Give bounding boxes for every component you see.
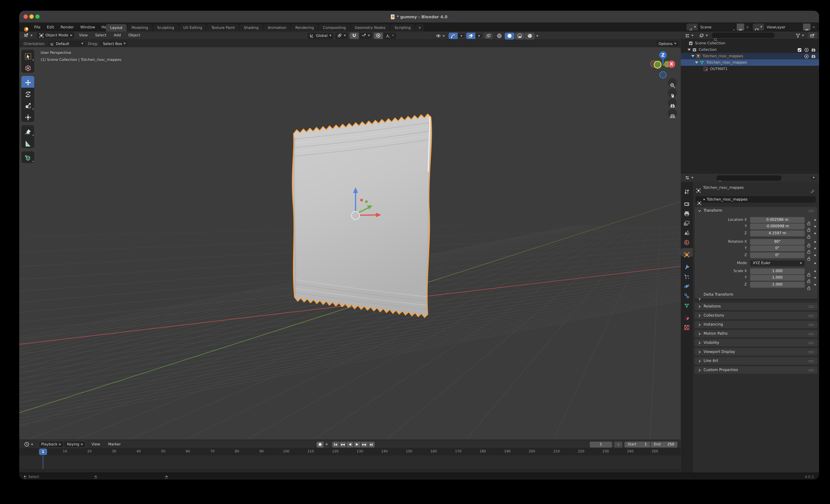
panel-grip[interactable] bbox=[808, 209, 814, 212]
outliner-search-input[interactable] bbox=[712, 33, 775, 38]
cursor-tool-button[interactable] bbox=[22, 61, 34, 73]
properties-tab-scene[interactable] bbox=[680, 226, 693, 235]
options-dropdown[interactable]: Options bbox=[657, 41, 678, 46]
expand-triangle-icon[interactable] bbox=[691, 55, 694, 59]
panel-grip[interactable] bbox=[808, 314, 814, 317]
lock-icon[interactable] bbox=[807, 269, 811, 274]
new-viewlayer-button[interactable] bbox=[803, 24, 810, 31]
rotate-tool-button[interactable] bbox=[22, 88, 34, 99]
lock-icon[interactable] bbox=[807, 253, 811, 257]
panel-grip[interactable] bbox=[808, 332, 814, 335]
outliner-row-3[interactable]: Tütchen_rissc_mappes bbox=[680, 59, 819, 66]
lock-icon[interactable] bbox=[807, 282, 811, 287]
animate-dot[interactable] bbox=[814, 241, 816, 243]
workspace-tab-animation[interactable]: Animation bbox=[263, 24, 290, 32]
record-button[interactable]: ● bbox=[317, 441, 323, 447]
viewlayer-selector[interactable]: ViewLayer × bbox=[753, 24, 817, 31]
menu-view[interactable]: View bbox=[76, 33, 90, 37]
viewlayer-selector-iconseg[interactable] bbox=[753, 24, 764, 31]
record-options-dropdown[interactable] bbox=[324, 441, 329, 447]
animate-dot[interactable] bbox=[814, 262, 816, 264]
properties-tab-world[interactable] bbox=[680, 236, 693, 244]
scene-name[interactable]: Scene bbox=[698, 25, 731, 29]
menu-render[interactable]: Render bbox=[58, 25, 77, 29]
value-field[interactable]: 4.1597 m bbox=[750, 230, 805, 236]
eyedot-toggle-icon[interactable] bbox=[804, 54, 809, 59]
panel-visibility[interactable]: Visibility bbox=[695, 339, 818, 346]
panel-grip[interactable] bbox=[808, 350, 814, 353]
add-workspace-button[interactable]: + bbox=[415, 24, 424, 32]
scale-tool-button[interactable] bbox=[22, 99, 34, 111]
delta-transform-subpanel[interactable]: Delta Transform bbox=[698, 292, 733, 297]
animate-dot[interactable] bbox=[814, 277, 816, 279]
scene-selector-iconseg[interactable] bbox=[687, 24, 698, 31]
cam-toggle-icon[interactable] bbox=[811, 47, 816, 52]
properties-tab-object[interactable] bbox=[680, 248, 693, 257]
menu-select[interactable]: Select bbox=[92, 33, 109, 37]
lock-icon[interactable] bbox=[807, 275, 811, 280]
use-preview-range-button[interactable] bbox=[614, 441, 622, 447]
outliner-scope-dropdown[interactable] bbox=[697, 32, 710, 38]
outliner-row-2[interactable]: Tütchen_rissc_mappes bbox=[680, 53, 819, 59]
scene-selector[interactable]: Scene × bbox=[687, 24, 751, 31]
properties-breadcrumb[interactable]: Tütchen_rissc_mappes bbox=[703, 185, 744, 190]
panel-grip[interactable] bbox=[808, 341, 814, 344]
menu-window[interactable]: Window bbox=[77, 25, 98, 29]
properties-tab-tool[interactable] bbox=[680, 185, 693, 194]
properties-search-input[interactable] bbox=[716, 175, 782, 181]
menu-object[interactable]: Object bbox=[126, 33, 143, 37]
panel-viewport-display[interactable]: Viewport Display bbox=[695, 348, 818, 355]
workspace-tab-geometry-nodes[interactable]: Geometry Nodes bbox=[351, 24, 390, 32]
timeline-editor-type-button[interactable] bbox=[22, 441, 35, 448]
shading-dropdown-chevron[interactable] bbox=[536, 35, 538, 37]
properties-tab-viewlayer[interactable] bbox=[680, 217, 693, 225]
transform-tool-button[interactable] bbox=[22, 111, 34, 122]
snap-toggle-button[interactable] bbox=[349, 32, 358, 39]
lock-icon[interactable] bbox=[807, 231, 811, 235]
menu-view-timeline[interactable]: View bbox=[89, 442, 103, 447]
value-field[interactable]: 0° bbox=[750, 252, 805, 258]
value-field[interactable]: 90° bbox=[750, 239, 805, 245]
show-overlays-toggle[interactable] bbox=[466, 33, 475, 39]
play-button[interactable]: ▶ bbox=[354, 441, 360, 447]
outliner-row-4[interactable]: OUTMAT1 bbox=[680, 66, 819, 72]
jump-to-start-button[interactable]: ◀ bbox=[332, 441, 339, 447]
timeline-scrollbar[interactable] bbox=[19, 469, 680, 473]
value-field[interactable]: 0.002586 m bbox=[750, 217, 805, 223]
pin-icon[interactable] bbox=[731, 25, 736, 29]
workspace-tab-layout[interactable]: Layout bbox=[106, 24, 127, 32]
outliner-item-label[interactable]: Collection bbox=[699, 48, 716, 52]
panel-collections[interactable]: Collections bbox=[695, 312, 818, 319]
animate-dot[interactable] bbox=[814, 284, 816, 285]
value-field[interactable]: 1.000 bbox=[750, 275, 805, 281]
outliner-display-mode-dropdown[interactable] bbox=[683, 32, 696, 38]
proportional-editing-toggle[interactable] bbox=[374, 32, 383, 39]
panel-custom-properties[interactable]: Custom Properties bbox=[695, 366, 818, 374]
expand-triangle-icon[interactable] bbox=[695, 61, 698, 65]
lock-icon[interactable] bbox=[807, 239, 811, 244]
snap-settings-dropdown[interactable] bbox=[359, 32, 372, 39]
workspace-tab-uv-editing[interactable]: UV Editing bbox=[179, 24, 206, 32]
lock-icon[interactable] bbox=[807, 217, 811, 222]
pivot-point-dropdown[interactable] bbox=[335, 32, 348, 39]
menu-add[interactable]: Add bbox=[111, 33, 124, 37]
shading-solid-button[interactable] bbox=[505, 32, 514, 39]
unlink-scene-button[interactable]: × bbox=[744, 25, 751, 29]
panel-grip[interactable] bbox=[808, 359, 814, 362]
navigation-gizmo[interactable]: X Z bbox=[647, 49, 679, 81]
animate-dot[interactable] bbox=[814, 270, 816, 272]
panel-grip[interactable] bbox=[808, 305, 814, 308]
properties-tab-modifiers[interactable] bbox=[680, 260, 693, 269]
panel-line-art[interactable]: Line Art bbox=[695, 357, 818, 365]
outliner-row-1[interactable]: Collection bbox=[680, 46, 819, 53]
outliner-filter-dropdown[interactable] bbox=[794, 32, 806, 38]
next-keyframe-button[interactable]: ▶◆ bbox=[361, 441, 368, 447]
xray-toggle[interactable] bbox=[484, 33, 493, 39]
workspace-tab-texture-paint[interactable]: Texture Paint bbox=[207, 24, 239, 32]
panel-relations[interactable]: Relations bbox=[695, 303, 818, 310]
menu-marker[interactable]: Marker bbox=[105, 442, 123, 447]
animate-dot[interactable] bbox=[814, 232, 816, 234]
properties-editor-type-button[interactable] bbox=[683, 175, 696, 181]
expand-triangle-icon[interactable] bbox=[688, 49, 691, 53]
mode-dropdown[interactable]: XYZ Euler bbox=[750, 260, 805, 266]
